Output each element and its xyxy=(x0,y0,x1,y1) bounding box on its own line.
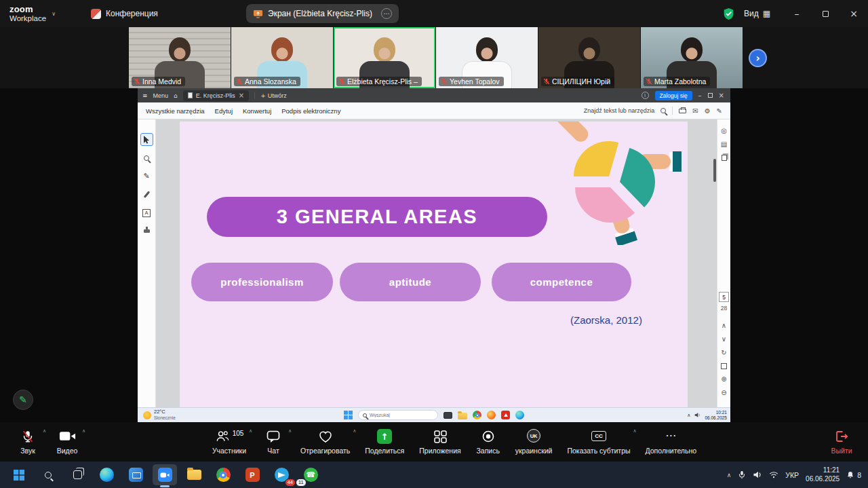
security-shield-icon[interactable] xyxy=(723,7,734,20)
more-button[interactable]: ⋯ Дополнительно xyxy=(638,422,705,462)
tray-mic-icon[interactable] xyxy=(738,470,746,480)
participant-tile[interactable]: Inna Medvid xyxy=(129,27,231,88)
pages-icon xyxy=(722,155,727,161)
taskbar-search-button[interactable] xyxy=(36,464,60,485)
acrobat-left-tools: ✎ A xyxy=(138,119,156,407)
share-screen-icon: ↑ xyxy=(377,429,392,444)
task-view-button[interactable] xyxy=(65,464,90,485)
chevron-down-icon[interactable]: ∨ xyxy=(52,11,56,17)
print-icon xyxy=(679,109,686,113)
heart-icon xyxy=(318,429,333,444)
controls-right: Выйти xyxy=(822,422,861,462)
file-explorer-button[interactable] xyxy=(182,464,206,485)
chevron-up-icon[interactable]: ∧ xyxy=(727,472,732,478)
chevron-up-icon[interactable]: ∧ xyxy=(43,428,46,434)
task-view-icon xyxy=(443,412,452,419)
participant-name-tag: Anna Slozanska xyxy=(234,77,300,86)
page-number-box: 5 xyxy=(719,292,729,302)
share-tab-label: Экран (Elżbieta Kręcisz-Plis) xyxy=(268,9,372,18)
acrobat-window: ≡ Menu ⌂ E. Kręcisz-Plis × + Utwórz i Za xyxy=(138,88,730,407)
taskbar-apps: P 44 ☎ 11 xyxy=(7,464,323,485)
chevron-up-icon[interactable]: ∧ xyxy=(288,428,292,434)
edge-button[interactable] xyxy=(94,464,119,485)
participant-tile-active-speaker[interactable]: Elżbieta Kręcisz-Plis – xyxy=(334,27,435,88)
acrobat-titlebar-right: i Zaloguj się – × xyxy=(642,91,726,100)
interpretation-button[interactable]: UK украинский xyxy=(508,422,560,462)
captions-icon: CC xyxy=(591,431,606,441)
react-button[interactable]: Отреагировать ∧ xyxy=(293,422,357,462)
captions-button[interactable]: CC Показать субтитры ∧ xyxy=(559,422,637,462)
powerpoint-button[interactable]: P xyxy=(240,464,264,485)
view-button[interactable]: Вид ▦ xyxy=(744,9,770,18)
participant-name: Anna Slozanska xyxy=(245,77,296,86)
mic-muted-icon xyxy=(236,78,243,85)
chevron-up-icon[interactable]: ∧ xyxy=(249,428,252,434)
chevron-up-icon[interactable]: ∧ xyxy=(82,428,85,434)
participant-tile[interactable]: Anna Slozanska xyxy=(231,27,333,88)
info-icon: i xyxy=(642,92,649,99)
chevron-up-icon[interactable]: ∧ xyxy=(633,428,636,434)
leave-icon xyxy=(834,429,849,444)
more-options-icon[interactable]: ⋯ xyxy=(381,8,392,19)
close-button[interactable]: × xyxy=(840,0,868,27)
next-participants-button[interactable]: › xyxy=(749,49,767,67)
tab-meeting[interactable]: Конференция xyxy=(84,0,165,27)
pie-chart-hands-illustration xyxy=(546,121,682,245)
wifi-icon[interactable] xyxy=(769,471,778,478)
acrobat-restore-icon xyxy=(708,93,713,98)
speaker-icon[interactable] xyxy=(753,470,762,479)
start-button[interactable] xyxy=(7,464,31,485)
notification-center-button[interactable]: 8 xyxy=(846,470,861,479)
share-screen-button[interactable]: ↑ Поделиться xyxy=(357,422,412,462)
chat-button[interactable]: Чат ∧ xyxy=(254,422,293,462)
taskbar-time: 11:21 xyxy=(806,466,840,475)
audio-button[interactable]: Звук ∧ xyxy=(8,422,47,462)
shared-screen-stage: ≡ Menu ⌂ E. Kręcisz-Plis × + Utwórz i Za xyxy=(0,88,868,422)
chrome-button[interactable] xyxy=(211,464,235,485)
notification-count: 8 xyxy=(857,471,861,479)
hamburger-menu-icon: ≡ xyxy=(142,92,148,99)
maximize-button[interactable] xyxy=(811,0,840,27)
participant-tile[interactable]: Marta Zabolotna xyxy=(641,27,743,88)
meeting-tab-label: Конференция xyxy=(106,9,158,18)
chevron-down-icon: ∨ xyxy=(722,336,726,343)
pencil-tool-icon: ✎ xyxy=(140,170,153,183)
apps-button[interactable]: Приложения xyxy=(412,422,468,462)
participants-button[interactable]: 105 Участники ∧ xyxy=(205,422,254,462)
whatsapp-button[interactable]: ☎ 11 xyxy=(298,464,323,485)
tab-screen-share[interactable]: Экран (Elżbieta Kręcisz-Plis) ⋯ xyxy=(246,4,399,23)
toolbar-item: Edytuj xyxy=(215,107,233,115)
gear-icon: ⚙ xyxy=(705,107,711,115)
language-indicator[interactable]: УКР xyxy=(785,471,799,479)
mail-app-button[interactable] xyxy=(123,464,148,485)
participant-tile[interactable]: СІЦИЛІЦИН Юрій xyxy=(538,27,640,88)
acrobat-document-tab: E. Kręcisz-Plis × xyxy=(183,90,249,101)
create-button: + Utwórz xyxy=(254,92,287,99)
telegram-button[interactable]: 44 xyxy=(269,464,294,485)
home-icon: ⌂ xyxy=(174,92,178,99)
participant-tile[interactable]: Yevhen Topalov xyxy=(436,27,538,88)
participants-icon xyxy=(215,429,231,444)
chevron-up-icon[interactable]: ∧ xyxy=(353,428,356,434)
windows-taskbar: P 44 ☎ 11 ∧ УКР xyxy=(0,462,868,488)
record-button[interactable]: Запись xyxy=(469,422,508,462)
minimize-button[interactable]: – xyxy=(783,0,811,27)
leave-button[interactable]: Выйти xyxy=(822,422,861,462)
avatar xyxy=(578,37,600,62)
video-button[interactable]: Видео ∧ xyxy=(47,422,87,462)
edge-icon xyxy=(515,411,524,419)
plus-icon: + xyxy=(260,92,266,99)
windows-start-icon xyxy=(14,470,24,481)
search-icon xyxy=(363,413,367,417)
shared-screen-video[interactable]: ≡ Menu ⌂ E. Kręcisz-Plis × + Utwórz i Za xyxy=(138,88,730,422)
taskbar-clock[interactable]: 11:21 06.06.2025 xyxy=(806,466,840,483)
annotation-pencil-button[interactable]: ✎ xyxy=(13,390,33,410)
screen-share-icon xyxy=(253,10,263,18)
zoom-workplace-logo: zoom Workplace xyxy=(9,5,46,22)
mic-muted-icon xyxy=(21,429,35,444)
record-label: Запись xyxy=(476,447,499,455)
share-label: Поделиться xyxy=(365,447,404,455)
refresh-icon: ↻ xyxy=(721,350,726,356)
meeting-icon xyxy=(91,9,101,19)
zoom-app-button[interactable] xyxy=(153,464,177,485)
